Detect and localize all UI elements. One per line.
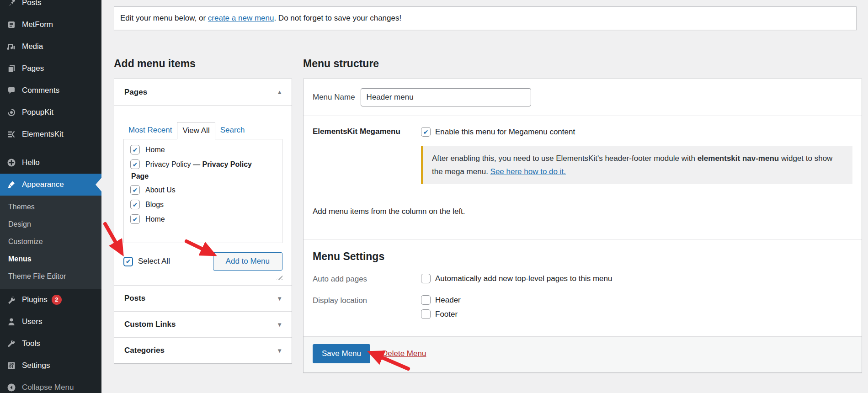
submenu-label: Customize bbox=[8, 238, 43, 246]
sidebar-item-label: Settings bbox=[22, 361, 50, 370]
sidebar-item-media[interactable]: Media bbox=[0, 36, 101, 58]
page-checkbox[interactable] bbox=[130, 200, 140, 209]
megamenu-enable-label: Enable this menu for Megamenu content bbox=[435, 127, 575, 137]
brush-icon bbox=[6, 180, 16, 190]
plugins-update-count-badge: 2 bbox=[52, 295, 62, 305]
page-checklist-item[interactable]: Privacy Policy — Privacy Policy bbox=[130, 159, 277, 169]
accordion-header-pages[interactable]: Pages ▲ bbox=[114, 79, 292, 105]
sidebar-item-label: Comments bbox=[22, 86, 59, 95]
sidebar-item-pages[interactable]: Pages bbox=[0, 58, 101, 80]
page-checklist-item[interactable]: Home bbox=[130, 145, 277, 154]
page-checkbox[interactable] bbox=[130, 185, 140, 195]
see-how-link[interactable]: See here how to do it. bbox=[490, 167, 566, 176]
sidebar-item-popupkit[interactable]: PopupKit bbox=[0, 101, 101, 123]
auto-add-pages-option[interactable]: Automatically add new top-level pages to… bbox=[421, 274, 612, 283]
chevron-down-icon: ▼ bbox=[277, 295, 282, 302]
add-to-menu-button[interactable]: Add to Menu bbox=[213, 252, 282, 271]
sidebar-item-appearance[interactable]: Appearance bbox=[0, 174, 101, 196]
user-icon bbox=[6, 317, 16, 327]
auto-add-pages-label: Auto add pages bbox=[313, 274, 421, 288]
megamenu-enable-checkbox[interactable] bbox=[421, 127, 431, 137]
elementskit-icon bbox=[6, 129, 16, 139]
save-menu-button[interactable]: Save Menu bbox=[313, 344, 370, 363]
add-menu-items-heading: Add menu items bbox=[114, 58, 292, 69]
sidebar-item-theme-file-editor[interactable]: Theme File Editor bbox=[0, 268, 101, 285]
sidebar-item-label: Pages bbox=[22, 64, 44, 73]
menu-items-accordion: Pages ▲ Most Recent View All Search bbox=[114, 79, 292, 364]
sidebar-item-tools[interactable]: Tools bbox=[0, 333, 101, 355]
circle-plus-icon bbox=[6, 158, 16, 168]
form-icon bbox=[6, 20, 16, 30]
header-location-checkbox[interactable] bbox=[421, 295, 431, 305]
sliders-icon bbox=[6, 361, 16, 371]
wrench-icon bbox=[6, 339, 16, 349]
sidebar-item-elementskit[interactable]: ElementsKit bbox=[0, 123, 101, 145]
accordion-title: Categories bbox=[124, 346, 165, 355]
menu-name-row: Menu Name bbox=[304, 79, 862, 116]
sidebar-item-themes[interactable]: Themes bbox=[0, 198, 101, 216]
sidebar-item-customize[interactable]: Customize bbox=[0, 233, 101, 250]
megamenu-enable-option[interactable]: Enable this menu for Megamenu content bbox=[421, 127, 852, 137]
accordion-title: Pages bbox=[124, 88, 147, 97]
accordion-header-custom-links[interactable]: Custom Links ▼ bbox=[114, 311, 292, 337]
sidebar-item-label: Appearance bbox=[22, 180, 64, 189]
page-checkbox[interactable] bbox=[130, 159, 140, 169]
display-location-footer-option[interactable]: Footer bbox=[421, 309, 461, 319]
sidebar-item-users[interactable]: Users bbox=[0, 311, 101, 333]
sidebar-item-hello[interactable]: Hello bbox=[0, 152, 101, 174]
chevron-up-icon: ▲ bbox=[277, 89, 282, 96]
sidebar-item-label: MetForm bbox=[22, 20, 53, 29]
warning-bold-text: elementskit nav-menu bbox=[698, 154, 779, 163]
popupkit-icon bbox=[6, 107, 16, 117]
footer-location-checkbox[interactable] bbox=[421, 309, 431, 319]
submenu-label: Theme File Editor bbox=[8, 272, 66, 281]
tab-search[interactable]: Search bbox=[215, 122, 250, 139]
page-checklist-item[interactable]: Home bbox=[130, 214, 277, 224]
wordpress-admin-menus-page: Posts MetForm Media Pages Comments bbox=[0, 0, 868, 393]
sidebar-item-posts[interactable]: Posts bbox=[0, 0, 101, 14]
submenu-label: Themes bbox=[8, 203, 35, 211]
footer-location-label: Footer bbox=[435, 310, 458, 319]
tab-most-recent[interactable]: Most Recent bbox=[123, 122, 177, 139]
sidebar-item-comments[interactable]: Comments bbox=[0, 80, 101, 101]
menu-structure-panel: Menu Name ElementsKit Megamenu Enable th… bbox=[303, 79, 862, 373]
main-content: Edit your menu below, or create a new me… bbox=[101, 0, 868, 393]
sidebar-item-metform[interactable]: MetForm bbox=[0, 14, 101, 36]
accordion-header-posts[interactable]: Posts ▼ bbox=[114, 285, 292, 311]
megamenu-row: ElementsKit Megamenu Enable this menu fo… bbox=[304, 116, 862, 200]
tab-view-all[interactable]: View All bbox=[177, 122, 215, 139]
resize-handle[interactable] bbox=[276, 274, 282, 280]
plugin-icon bbox=[6, 295, 16, 305]
comment-icon bbox=[6, 85, 16, 96]
notice-text-post: . Do not forget to save your changes! bbox=[274, 14, 401, 22]
sidebar-item-menus[interactable]: Menus bbox=[0, 250, 101, 268]
page-checklist-item[interactable]: Blogs bbox=[130, 200, 277, 209]
select-all-checkbox[interactable] bbox=[123, 257, 133, 266]
pages-tabs: Most Recent View All Search bbox=[123, 122, 282, 139]
submenu-label: Design bbox=[8, 220, 31, 228]
display-location-row: Display location Header Footer bbox=[313, 295, 852, 324]
accordion-header-categories[interactable]: Categories ▼ bbox=[114, 337, 292, 363]
sidebar-item-design[interactable]: Design bbox=[0, 216, 101, 233]
page-item-label: Privacy Policy — Privacy Policy bbox=[145, 160, 252, 169]
sidebar-item-plugins[interactable]: Plugins 2 bbox=[0, 289, 101, 311]
page-checkbox[interactable] bbox=[130, 145, 140, 154]
display-location-header-option[interactable]: Header bbox=[421, 295, 461, 305]
display-location-label: Display location bbox=[313, 295, 421, 324]
delete-menu-link[interactable]: Delete Menu bbox=[382, 349, 426, 358]
page-checklist-item[interactable]: About Us bbox=[130, 185, 277, 195]
auto-add-pages-checkbox[interactable] bbox=[421, 274, 431, 283]
notice-text-pre: Edit your menu below, or bbox=[120, 14, 208, 22]
create-new-menu-link[interactable]: create a new menu bbox=[208, 14, 274, 22]
menu-name-input[interactable] bbox=[361, 88, 531, 106]
sidebar-item-collapse-menu[interactable]: Collapse Menu bbox=[0, 377, 101, 393]
megamenu-field-label: ElementsKit Megamenu bbox=[313, 127, 421, 184]
page-checkbox[interactable] bbox=[130, 214, 140, 224]
pages-accordion-body: Most Recent View All Search Home P bbox=[114, 105, 292, 285]
sidebar-item-label: Tools bbox=[22, 339, 40, 348]
sidebar-item-label: Collapse Menu bbox=[22, 383, 74, 392]
sidebar-item-settings[interactable]: Settings bbox=[0, 355, 101, 377]
sidebar-item-label: Media bbox=[22, 42, 43, 51]
sidebar-item-label: Posts bbox=[22, 0, 42, 7]
sidebar-item-label: Plugins bbox=[22, 295, 48, 304]
